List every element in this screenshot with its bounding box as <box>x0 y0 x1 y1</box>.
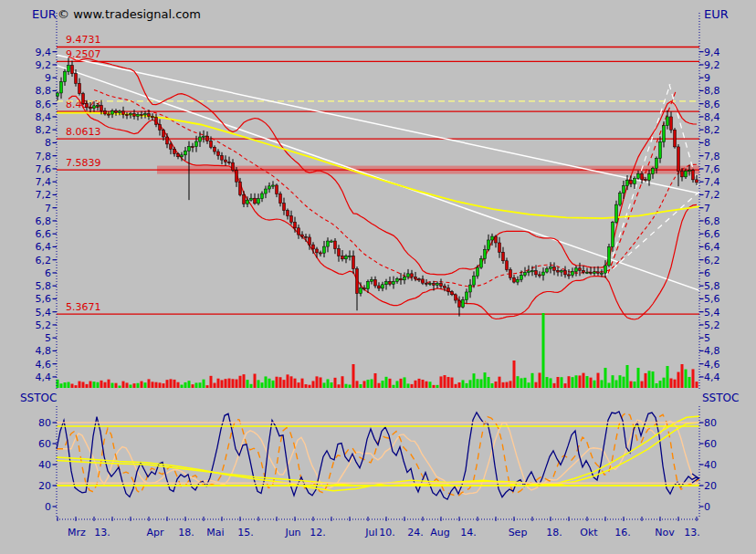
chart-canvas[interactable] <box>0 0 756 554</box>
trading-chart-window: EUR © www.tradesignal.com EUR SSTOC SSTO… <box>0 0 756 554</box>
